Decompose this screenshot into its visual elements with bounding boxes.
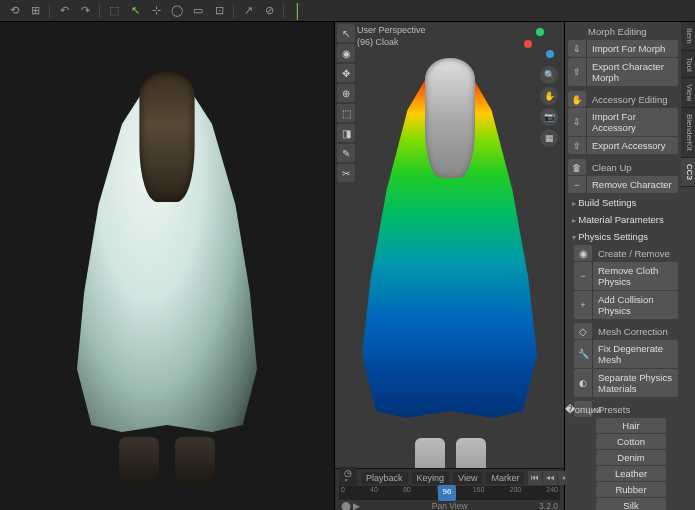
tab-blenderkit[interactable]: BlenderKit <box>681 108 695 158</box>
view-gizmo-column: 🔍 ✋ 📷 ▦ <box>540 66 558 147</box>
sliders-icon: �опции <box>574 401 592 417</box>
status-left: ⬤ ▶ <box>335 501 360 510</box>
viewport-title: User Perspective <box>357 24 426 36</box>
status-center: Pan View <box>432 501 468 510</box>
giz-zoom-icon[interactable]: 🔍 <box>540 66 558 84</box>
import-accessory-button[interactable]: Import For Accessory <box>586 108 678 136</box>
tool-undo-hist-icon[interactable]: ⟲ <box>4 2 24 20</box>
viewport-subtitle: (96) Cloak <box>357 36 426 48</box>
viewport-render[interactable] <box>0 22 335 510</box>
preset-cotton-button[interactable]: Cotton <box>596 434 666 449</box>
section-physics-settings[interactable]: Physics Settings <box>568 228 678 245</box>
preset-denim-button[interactable]: Denim <box>596 450 666 465</box>
top-toolbar: ⟲ ⊞ ↶ ↷ ⬚ ↖ ⊹ ◯ ▭ ⊡ ↗ ⊘ │ <box>0 0 695 22</box>
import-icon: ⇩ <box>568 40 586 57</box>
hand-icon: ✋ <box>568 91 586 107</box>
vtool-cursor-icon[interactable]: ↖ <box>337 24 355 42</box>
plus-icon: + <box>574 291 592 319</box>
timeline: ◷ ˅ Playback Keying View Marker ⏮ ◂◂ ◀ ▶… <box>335 468 564 510</box>
accessory-editing-label: Accessory Editing <box>588 92 672 107</box>
tab-tool[interactable]: Tool <box>681 51 695 79</box>
orbit-icon: ◉ <box>574 245 592 261</box>
timeline-track[interactable]: 04080120160200240 96 <box>339 486 560 500</box>
export-icon: ⇧ <box>568 58 586 86</box>
minus-icon: − <box>574 262 592 290</box>
preset-hair-button[interactable]: Hair <box>596 418 666 433</box>
character-render <box>47 47 287 487</box>
separate-materials-button[interactable]: Separate Physics Materials <box>592 369 678 397</box>
trash-icon: 🗑 <box>568 159 586 175</box>
vtool-mask-icon[interactable]: ◨ <box>337 124 355 142</box>
tool-box-icon[interactable]: ⬚ <box>104 2 124 20</box>
tool-rotate-icon[interactable]: ◯ <box>167 2 187 20</box>
create-remove-label: Create / Remove <box>594 246 674 261</box>
import-icon: ⇩ <box>568 108 586 136</box>
tool-move-icon[interactable]: ⊹ <box>146 2 166 20</box>
mesh-correction-label: Mesh Correction <box>594 324 672 339</box>
orientation-gizmo[interactable] <box>522 26 558 62</box>
tool-transform-icon[interactable]: ⊡ <box>209 2 229 20</box>
viewport-header: User Perspective (96) Cloak <box>357 24 426 48</box>
timeline-keying-menu[interactable]: Keying <box>412 472 450 484</box>
vtool-draw-icon[interactable]: ✎ <box>337 144 355 162</box>
presets-label: Presets <box>594 402 634 417</box>
tool-scale-icon[interactable]: ▭ <box>188 2 208 20</box>
fix-degenerate-button[interactable]: Fix Degenerate Mesh <box>592 340 678 368</box>
side-tabs: Item Tool View BlenderKit CC3 <box>681 22 695 187</box>
timeline-playback-menu[interactable]: Playback <box>361 472 408 484</box>
tool-add-icon[interactable]: ⊞ <box>25 2 45 20</box>
tool-annotate-icon[interactable]: ↗ <box>238 2 258 20</box>
giz-pan-icon[interactable]: ✋ <box>540 87 558 105</box>
preset-leather-button[interactable]: Leather <box>596 466 666 481</box>
preset-silk-button[interactable]: Silk <box>596 498 666 510</box>
morph-editing-label: Morph Editing <box>568 24 678 39</box>
preset-rubber-button[interactable]: Rubber <box>596 482 666 497</box>
vtool-move-icon[interactable]: ✥ <box>337 64 355 82</box>
section-material-params[interactable]: Material Parameters <box>568 211 678 228</box>
properties-panel: Item Tool View BlenderKit CC3 Morph Edit… <box>565 22 695 510</box>
hair-mesh <box>425 58 475 178</box>
vtool-circle-icon[interactable]: ◉ <box>337 44 355 62</box>
export-morph-button[interactable]: Export Character Morph <box>586 58 678 86</box>
tab-item[interactable]: Item <box>681 22 695 51</box>
tab-cc3[interactable]: CC3 <box>681 158 695 187</box>
vtool-cut-icon[interactable]: ✂ <box>337 164 355 182</box>
export-accessory-button[interactable]: Export Accessory <box>586 137 678 154</box>
giz-ortho-icon[interactable]: ▦ <box>540 129 558 147</box>
tool-redo-icon[interactable]: ↷ <box>75 2 95 20</box>
cleanup-label: Clean Up <box>588 160 636 175</box>
vtool-box-icon[interactable]: ⬚ <box>337 104 355 122</box>
tab-view[interactable]: View <box>681 78 695 108</box>
tool-measure-icon[interactable]: ⊘ <box>259 2 279 20</box>
giz-camera-icon[interactable]: 📷 <box>540 108 558 126</box>
main-area: ↖ ◉ ✥ ⊕ ⬚ ◨ ✎ ✂ User Perspective (96) Cl… <box>0 22 695 510</box>
shield-icon: ◇ <box>574 323 592 339</box>
export-icon: ⇧ <box>568 137 586 154</box>
viewport-weight[interactable]: ↖ ◉ ✥ ⊕ ⬚ ◨ ✎ ✂ User Perspective (96) Cl… <box>335 22 565 510</box>
prev-key-icon[interactable]: ◂◂ <box>543 471 558 485</box>
wrench-icon: 🔧 <box>574 340 592 368</box>
minus-icon: − <box>568 176 586 193</box>
remove-character-button[interactable]: Remove Character <box>586 176 678 193</box>
tool-accent-icon[interactable]: │ <box>288 2 308 20</box>
timeline-marker-menu[interactable]: Marker <box>486 472 524 484</box>
section-build-settings[interactable]: Build Settings <box>568 194 678 211</box>
tool-undo-icon[interactable]: ↶ <box>54 2 74 20</box>
tool-select-icon[interactable]: ↖ <box>125 2 145 20</box>
material-icon: ◐ <box>574 369 592 397</box>
viewport-tool-column: ↖ ◉ ✥ ⊕ ⬚ ◨ ✎ ✂ <box>337 24 355 182</box>
timeline-cursor[interactable]: 96 <box>438 485 456 501</box>
status-version: 3.2.0 <box>539 501 564 510</box>
import-morph-button[interactable]: Import For Morph <box>586 40 678 57</box>
jump-start-icon[interactable]: ⏮ <box>528 471 543 485</box>
add-collision-button[interactable]: Add Collision Physics <box>592 291 678 319</box>
remove-cloth-button[interactable]: Remove Cloth Physics <box>592 262 678 290</box>
timeline-view-menu[interactable]: View <box>453 472 482 484</box>
vtool-add-icon[interactable]: ⊕ <box>337 84 355 102</box>
status-bar: ⬤ ▶ Pan View 3.2.0 <box>335 500 564 510</box>
